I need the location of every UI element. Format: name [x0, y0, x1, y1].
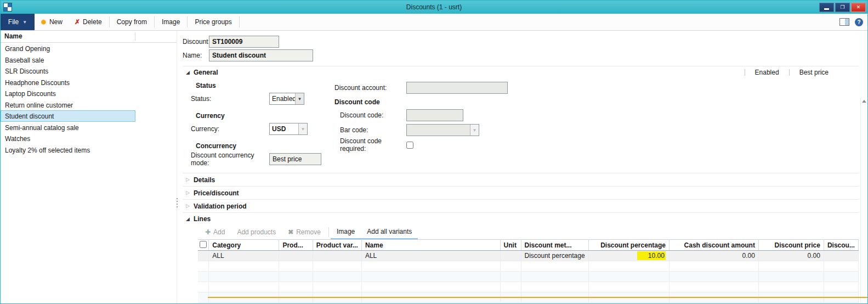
new-star-icon: ✹	[41, 18, 47, 26]
grid-column-header[interactable]: Discou...	[824, 240, 858, 251]
general-summary: Enabled Best price	[745, 66, 829, 78]
list-item[interactable]: Loyalty 2% off selected items	[1, 144, 135, 156]
main-toolbar: File ▼ ✹ New ✗ Delete Copy from Image Pr…	[1, 14, 867, 31]
add-all-variants-button[interactable]: Add all variants	[361, 225, 418, 238]
image-button[interactable]: Image	[156, 14, 186, 30]
grid-column-header[interactable]: Product var...	[313, 240, 361, 251]
add-line-button[interactable]: ✚ Add	[199, 225, 231, 239]
price-discount-section-header[interactable]: ▷ Price/discount	[183, 187, 859, 199]
currency-value: USD	[270, 123, 298, 134]
grid-column-header[interactable]: Category	[209, 240, 279, 251]
list-item-selected[interactable]: Student discount	[1, 110, 135, 122]
list-column-header-name[interactable]: Name	[1, 31, 177, 43]
window-title: Discounts (1 - usrt)	[1, 3, 867, 11]
delete-button[interactable]: ✗ Delete	[69, 14, 108, 30]
list-item[interactable]: Watches	[1, 133, 135, 144]
line-image-button[interactable]: Image	[331, 225, 361, 238]
grid-empty-row[interactable]	[198, 282, 859, 292]
plus-icon: ✚	[205, 228, 211, 236]
minimize-button[interactable]	[819, 3, 834, 12]
bar-code-value	[407, 125, 470, 136]
app-icon	[3, 3, 12, 12]
grid-bottom-highlight-line	[208, 297, 867, 298]
grid-column-header[interactable]: Prod...	[279, 240, 313, 251]
discount-id-field[interactable]	[209, 36, 279, 48]
scroll-up-icon[interactable]	[862, 100, 866, 103]
chevron-down-icon[interactable]: ▼	[295, 93, 304, 104]
discount-list: Grand OpeningBaseball saleSLR DiscountsH…	[1, 43, 177, 155]
toolbar-separator	[109, 16, 110, 27]
add-products-button[interactable]: Add products	[231, 225, 282, 239]
grid-column-header[interactable]: Discount met...	[521, 240, 588, 251]
file-menu-button[interactable]: File ▼	[1, 14, 35, 30]
summary-status: Enabled	[755, 69, 779, 76]
toolbar-separator	[328, 227, 329, 237]
grid-column-header[interactable]: Cash discount amount	[669, 240, 758, 251]
fasttab-lines: ◢ Lines ✚ Add Add products ✖ Remove	[183, 212, 859, 303]
list-item[interactable]: Baseball sale	[1, 54, 135, 66]
discount-field-label: Discount:	[183, 38, 209, 46]
grid-column-header[interactable]: Discount price	[758, 240, 824, 251]
list-item[interactable]: Grand Opening	[1, 43, 135, 54]
vertical-scrollbar[interactable]	[860, 98, 867, 303]
status-value: Enabled	[270, 93, 295, 104]
chevron-down-icon: ▼	[22, 20, 27, 25]
toolbar-separator	[239, 16, 240, 27]
collapsed-triangle-icon: ▷	[186, 190, 190, 195]
new-button[interactable]: ✹ New	[35, 14, 69, 30]
image-button-label: Image	[162, 18, 180, 26]
summary-divider	[789, 69, 790, 76]
status-label: Status:	[183, 95, 269, 103]
select-all-checkbox[interactable]	[200, 241, 207, 248]
currency-dropdown[interactable]: USD ▼	[269, 123, 308, 135]
list-item[interactable]: SLR Discounts	[1, 65, 135, 77]
concurrency-mode-label: Discount concurrency mode:	[183, 151, 269, 167]
list-item[interactable]: Return online customer	[1, 99, 135, 111]
grid-row[interactable]: ALLALLDiscount percentage10.000.000.00	[198, 251, 859, 261]
add-line-label: Add	[213, 228, 225, 236]
list-item[interactable]: Headphone Discounts	[1, 77, 135, 88]
titlebar[interactable]: Discounts (1 - usrt) ❐ ✕	[1, 1, 867, 14]
copy-from-button[interactable]: Copy from	[111, 14, 153, 30]
discount-code-group-title: Discount code	[334, 98, 859, 106]
grid-column-header[interactable]: Discount percentage	[588, 240, 669, 251]
grid-empty-row[interactable]	[198, 272, 859, 282]
grid-empty-row[interactable]	[198, 261, 859, 272]
validation-period-section-header[interactable]: ▷ Validation period	[183, 200, 859, 212]
bar-code-dropdown[interactable]: ▼	[406, 124, 479, 136]
discount-name-field[interactable]	[209, 49, 313, 61]
discount-code-field[interactable]	[406, 109, 463, 121]
panel-layout-icon[interactable]	[839, 18, 849, 26]
add-products-label: Add products	[237, 228, 276, 236]
general-section-title: General	[194, 69, 218, 76]
close-button[interactable]: ✕	[851, 3, 866, 12]
fasttab-validation-period: ▷ Validation period	[183, 199, 859, 212]
discount-account-label: Discount account:	[334, 84, 406, 92]
discounts-window: Discounts (1 - usrt) ❐ ✕ File ▼ ✹ New ✗ …	[0, 0, 868, 304]
lines-section-header[interactable]: ◢ Lines	[183, 213, 859, 225]
status-group-title: Status	[196, 82, 334, 90]
help-icon[interactable]: ?	[855, 18, 863, 26]
discount-account-field[interactable]	[406, 82, 508, 94]
discount-code-required-checkbox[interactable]	[406, 142, 413, 149]
concurrency-mode-field[interactable]	[269, 153, 321, 165]
name-field-label: Name:	[183, 52, 209, 59]
lines-section-title: Lines	[194, 215, 211, 223]
toolbar-separator	[187, 16, 188, 27]
discount-list-panel: Name Grand OpeningBaseball saleSLR Disco…	[1, 31, 177, 303]
line-image-label: Image	[337, 228, 355, 235]
list-item[interactable]: Semi-annual catalog sale	[1, 122, 135, 133]
price-groups-button[interactable]: Price groups	[189, 14, 237, 30]
status-dropdown[interactable]: Enabled ▼	[269, 93, 304, 105]
remove-line-button[interactable]: ✖ Remove	[282, 225, 327, 239]
general-section-header[interactable]: ◢ General Enabled Best price	[183, 66, 859, 78]
list-item[interactable]: Laptop Discounts	[1, 88, 135, 99]
grid-column-header[interactable]: Unit	[500, 240, 521, 251]
details-section-header[interactable]: ▷ Details	[183, 173, 859, 186]
grid-column-header[interactable]: Name	[361, 240, 500, 251]
fasttab-details: ▷ Details	[183, 173, 859, 186]
chevron-down-icon: ▼	[470, 125, 479, 136]
restore-button[interactable]: ❐	[835, 3, 850, 12]
remove-line-label: Remove	[296, 228, 321, 236]
summary-divider	[745, 69, 745, 76]
